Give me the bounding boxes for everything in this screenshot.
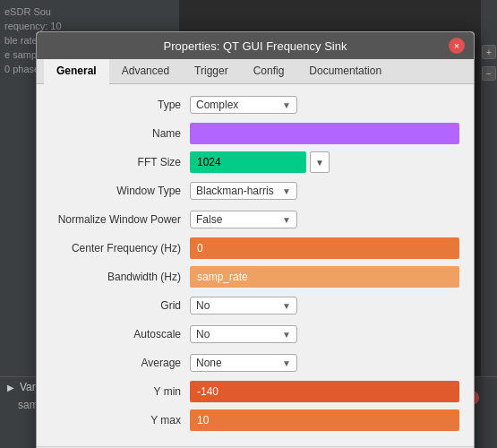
- normalize-window-select[interactable]: False ▼: [190, 211, 297, 228]
- type-control: Complex ▼: [190, 96, 459, 114]
- y-min-label: Y min: [51, 385, 190, 398]
- dialog-form-body: Type Complex ▼ Name FFT Size ▼: [37, 84, 474, 446]
- form-row-type: Type Complex ▼: [51, 93, 459, 116]
- y-min-control: [190, 381, 459, 402]
- grid-control: No ▼: [190, 297, 459, 314]
- form-row-autoscale: Autoscale No ▼: [51, 323, 459, 346]
- y-max-label: Y max: [51, 414, 190, 426]
- normalize-window-control: False ▼: [190, 211, 459, 228]
- scroll-minus-btn[interactable]: −: [482, 66, 496, 81]
- fft-size-dropdown-btn[interactable]: ▼: [310, 151, 330, 173]
- center-freq-input[interactable]: [190, 237, 459, 259]
- form-row-bandwidth: Bandwidth (Hz): [51, 265, 459, 289]
- type-label: Type: [51, 99, 190, 111]
- autoscale-label: Autoscale: [51, 328, 190, 340]
- dialog-titlebar: Properties: QT GUI Frequency Sink ×: [37, 32, 474, 59]
- normalize-window-arrow-icon: ▼: [282, 215, 291, 225]
- form-row-center-freq: Center Frequency (Hz): [51, 237, 459, 260]
- autoscale-select[interactable]: No ▼: [190, 325, 297, 343]
- type-select-value: Complex: [196, 99, 238, 111]
- tab-general[interactable]: General: [44, 59, 109, 84]
- scroll-plus-btn[interactable]: +: [482, 45, 496, 59]
- grid-arrow-icon: ▼: [282, 301, 291, 311]
- window-type-select[interactable]: Blackman-harris ▼: [190, 182, 297, 200]
- center-freq-control: [190, 237, 459, 259]
- form-row-y-max: Y max: [51, 409, 459, 432]
- dialog-close-btn[interactable]: ×: [449, 38, 465, 54]
- fft-size-input[interactable]: [190, 151, 306, 173]
- type-select-arrow-icon: ▼: [282, 100, 291, 110]
- autoscale-arrow-icon: ▼: [282, 330, 291, 340]
- tab-config[interactable]: Config: [241, 59, 297, 84]
- y-min-input[interactable]: [190, 381, 459, 402]
- type-select[interactable]: Complex ▼: [190, 96, 297, 114]
- tab-documentation[interactable]: Documentation: [296, 59, 394, 84]
- dialog-tabs: General Advanced Trigger Config Document…: [37, 59, 474, 84]
- name-input[interactable]: [190, 123, 459, 144]
- form-row-grid: Grid No ▼: [51, 294, 459, 317]
- form-row-y-min: Y min: [51, 380, 459, 403]
- tab-trigger[interactable]: Trigger: [182, 59, 241, 84]
- center-freq-label: Center Frequency (Hz): [51, 242, 190, 254]
- average-label: Average: [51, 357, 190, 369]
- y-max-input[interactable]: [190, 409, 459, 431]
- fft-size-control: ▼: [190, 151, 459, 173]
- window-type-control: Blackman-harris ▼: [190, 182, 459, 200]
- form-row-window-type: Window Type Blackman-harris ▼: [51, 179, 459, 202]
- grid-select[interactable]: No ▼: [190, 297, 297, 314]
- properties-dialog: Properties: QT GUI Frequency Sink × Gene…: [36, 31, 475, 448]
- grid-label: Grid: [51, 299, 190, 312]
- form-row-normalize-window: Normalize Window Power False ▼: [51, 208, 459, 231]
- form-row-fft-size: FFT Size ▼: [51, 151, 459, 174]
- grid-value: No: [196, 299, 210, 312]
- average-arrow-icon: ▼: [282, 358, 291, 368]
- bandwidth-input[interactable]: [190, 266, 459, 288]
- form-row-average: Average None ▼: [51, 351, 459, 375]
- fft-size-label: FFT Size: [51, 156, 190, 168]
- variables-arrow-icon: ▶: [7, 383, 14, 392]
- tab-advanced[interactable]: Advanced: [109, 59, 182, 84]
- window-type-arrow-icon: ▼: [282, 186, 291, 196]
- y-max-control: [190, 409, 459, 431]
- normalize-window-value: False: [196, 213, 222, 226]
- form-row-name: Name: [51, 122, 459, 145]
- window-type-value: Blackman-harris: [196, 185, 274, 197]
- average-select[interactable]: None ▼: [190, 354, 297, 372]
- average-control: None ▼: [190, 354, 459, 372]
- dialog-title: Properties: QT GUI Frequency Sink: [62, 39, 449, 53]
- window-type-label: Window Type: [51, 185, 190, 197]
- ide-line-1: eSDR Sou: [4, 4, 175, 19]
- bandwidth-control: [190, 266, 459, 288]
- bandwidth-label: Bandwidth (Hz): [51, 271, 190, 283]
- average-value: None: [196, 357, 222, 369]
- normalize-window-label: Normalize Window Power: [51, 213, 190, 226]
- autoscale-control: No ▼: [190, 325, 459, 343]
- name-label: Name: [51, 127, 190, 140]
- autoscale-value: No: [196, 328, 210, 340]
- name-control: [190, 123, 459, 144]
